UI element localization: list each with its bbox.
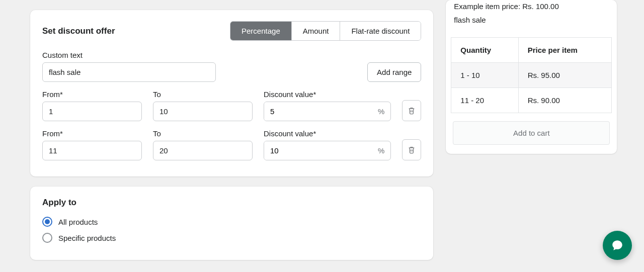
discount-value-input[interactable] (264, 102, 372, 121)
preview-custom-text: flash sale (454, 16, 609, 24)
discount-unit: % (372, 146, 390, 155)
discount-card: Set discount offer Percentage Amount Fla… (30, 10, 433, 176)
discount-value-label: Discount value* (264, 129, 391, 138)
preview-header-qty: Quantity (451, 38, 518, 63)
from-input[interactable] (42, 102, 142, 121)
from-label: From* (42, 90, 142, 99)
to-label: To (153, 129, 253, 138)
discount-value-input[interactable] (264, 141, 372, 160)
to-label: To (153, 90, 253, 99)
radio-label: All products (58, 218, 98, 226)
radio-specific-products[interactable]: Specific products (42, 233, 421, 243)
preview-table: Quantity Price per item 1 - 10 Rs. 95.00… (451, 37, 612, 113)
preview-card: Example item price: Rs. 100.00 flash sal… (446, 0, 617, 154)
preview-header-price: Price per item (518, 38, 612, 63)
delete-range-button[interactable] (402, 100, 421, 121)
table-row: 1 - 10 Rs. 95.00 (451, 63, 612, 88)
tab-flat-rate[interactable]: Flat-rate discount (340, 22, 421, 40)
custom-text-label: Custom text (42, 51, 216, 59)
trash-icon (408, 106, 416, 115)
radio-label: Specific products (58, 234, 116, 242)
from-label: From* (42, 129, 142, 138)
discount-type-tabs: Percentage Amount Flat-rate discount (230, 21, 421, 41)
custom-text-input[interactable] (42, 62, 216, 82)
range-row: From* To Discount value* % (42, 126, 421, 160)
radio-unchecked-icon (42, 233, 52, 243)
chat-icon (611, 239, 624, 252)
chat-button[interactable] (603, 231, 632, 260)
cell-price: Rs. 90.00 (518, 88, 612, 113)
range-row: From* To Discount value* % (42, 87, 421, 121)
cell-qty: 1 - 10 (451, 63, 518, 88)
to-input[interactable] (153, 141, 253, 160)
discount-title: Set discount offer (42, 26, 115, 36)
apply-to-card: Apply to All products Specific products (30, 187, 433, 260)
radio-all-products[interactable]: All products (42, 217, 421, 227)
cell-qty: 11 - 20 (451, 88, 518, 113)
apply-to-title: Apply to (42, 198, 421, 208)
trash-icon (408, 145, 416, 154)
discount-value-label: Discount value* (264, 90, 391, 99)
add-to-cart-button[interactable]: Add to cart (453, 121, 610, 145)
table-row: 11 - 20 Rs. 90.00 (451, 88, 612, 113)
delete-range-button[interactable] (402, 139, 421, 160)
tab-amount[interactable]: Amount (292, 22, 341, 40)
tab-percentage[interactable]: Percentage (230, 22, 292, 40)
from-input[interactable] (42, 141, 142, 160)
radio-checked-icon (42, 217, 52, 227)
preview-example-price: Example item price: Rs. 100.00 (454, 2, 609, 11)
discount-unit: % (372, 107, 390, 116)
to-input[interactable] (153, 102, 253, 121)
cell-price: Rs. 95.00 (518, 63, 612, 88)
add-range-button[interactable]: Add range (367, 62, 421, 82)
